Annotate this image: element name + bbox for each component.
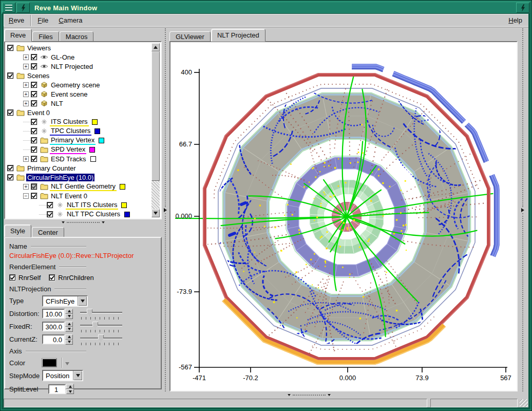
slider-thumb[interactable]	[92, 322, 98, 329]
scroll-thumb[interactable]	[151, 51, 160, 181]
checkbox-nlt-projected[interactable]	[31, 63, 37, 70]
spin-up-button[interactable]	[66, 384, 74, 389]
tree-label[interactable]: Event scene	[50, 90, 89, 98]
color-square[interactable]	[94, 128, 100, 134]
expand-icon[interactable]: +	[23, 101, 29, 106]
tree-label[interactable]: ESD Tracks	[50, 155, 87, 163]
color-square[interactable]	[121, 202, 127, 208]
tree-label[interactable]: GL-One	[50, 53, 75, 61]
tree-item-viewers[interactable]: Viewers	[6, 43, 151, 52]
tree-label[interactable]: SPD Vertex	[50, 145, 86, 154]
tree-label[interactable]: Event 0	[26, 109, 51, 117]
tree-label[interactable]: NLT TPC Clusters	[66, 210, 121, 218]
tree-item-scenes[interactable]: Scenes	[6, 71, 151, 80]
checkbox-gl-one[interactable]	[31, 54, 37, 61]
menu-reve[interactable]: Reve	[4, 15, 29, 26]
viewer-tab-nlt-projected[interactable]: NLT Projected	[211, 29, 265, 42]
checkbox-nlt-tpc-clusters[interactable]	[47, 211, 53, 218]
checkbox-nlt-gentle-geometry[interactable]	[31, 183, 37, 190]
tree-item-tpc-clusters[interactable]: TPC Clusters	[6, 126, 151, 136]
tree-label[interactable]: NLT Gentle Geometry	[50, 182, 117, 191]
right-dock-splitter[interactable]	[520, 28, 526, 391]
tree-item-event-0[interactable]: Event 0	[6, 108, 151, 117]
titlebar[interactable]: Reve Main Window	[2, 2, 530, 14]
tree-item-geometry-scene[interactable]: +Geometry scene	[6, 80, 151, 89]
expand-icon[interactable]: +	[23, 184, 29, 190]
tree-item-nlt-gentle-geometry[interactable]: +NLT Gentle Geometry	[6, 182, 151, 191]
tree-item-gl-one[interactable]: +GL-One	[6, 52, 151, 62]
tree-item-esd-tracks[interactable]: +ESD Tracks	[6, 154, 151, 163]
color-dropdown-arrow[interactable]	[65, 359, 69, 367]
tree-scrollbar[interactable]	[151, 43, 160, 217]
checkbox-geometry-scene[interactable]	[31, 82, 37, 88]
checkbox-nlt[interactable]	[31, 100, 37, 107]
tree-item-event-scene[interactable]: +Event scene	[6, 89, 151, 99]
value-slider[interactable]	[80, 333, 122, 346]
checkbox-primary-vertex[interactable]	[31, 137, 37, 144]
panel-splitter[interactable]	[162, 28, 168, 391]
checkbox-event-0[interactable]	[7, 109, 14, 116]
tree-item-primary-counter[interactable]: Primary Counter	[6, 163, 151, 173]
value-spinner[interactable]	[65, 334, 73, 345]
color-square[interactable]	[89, 147, 95, 153]
sidebar-tab-macros[interactable]: Macros	[60, 31, 94, 42]
tree-label[interactable]: Geometry scene	[50, 81, 101, 89]
viewer-bottom-splitter[interactable]	[276, 392, 343, 398]
color-square[interactable]	[99, 138, 104, 143]
menu-help[interactable]: Help	[502, 15, 528, 26]
style-tab-style[interactable]: Style	[4, 225, 31, 237]
window-menu-button[interactable]	[2, 3, 15, 13]
spin-down-button[interactable]	[66, 389, 74, 394]
axis-color-swatch[interactable]	[42, 359, 56, 367]
value-entry[interactable]: 0.0	[42, 334, 65, 344]
checkbox-its-clusters[interactable]	[31, 119, 37, 125]
checkbox-primary-counter[interactable]	[7, 165, 14, 172]
value-entry[interactable]: 300.0	[42, 322, 65, 331]
checkbox-nlt-event-0[interactable]	[31, 193, 37, 199]
tree-label[interactable]: NLT ITS Clusters	[66, 201, 118, 210]
tree-item-nlt[interactable]: +NLT	[6, 99, 151, 108]
tree-item-nlt-projected[interactable]: +NLT Projected	[6, 62, 151, 71]
spin-up-button[interactable]	[65, 309, 73, 314]
value-slider[interactable]	[80, 308, 122, 320]
tree-label[interactable]: NLT	[50, 100, 64, 107]
splitlevel-entry[interactable]: 1	[48, 384, 66, 394]
value-entry[interactable]: 10.00	[42, 309, 65, 319]
rnrchildren-checkbox[interactable]	[49, 274, 55, 281]
tree-item-circularfisheye-10-0[interactable]: CircularFishEye (10.0)	[6, 173, 151, 182]
tree-label[interactable]: Primary Counter	[26, 164, 77, 172]
expand-icon[interactable]: +	[23, 64, 29, 69]
style-tab-center[interactable]: Center	[32, 227, 64, 237]
checkbox-event-scene[interactable]	[31, 91, 37, 98]
type-combobox[interactable]: CFishEye	[42, 295, 88, 307]
checkbox-nlt-its-clusters[interactable]	[47, 202, 53, 209]
color-square[interactable]	[92, 119, 98, 125]
expand-icon[interactable]: +	[23, 91, 29, 97]
window-icon-button[interactable]	[16, 3, 30, 13]
tree-label[interactable]: Primary Vertex	[50, 136, 96, 145]
stepmode-combobox[interactable]: Position	[42, 370, 83, 381]
color-square[interactable]	[124, 212, 130, 217]
tree-item-nlt-event-0[interactable]: −NLT Event 0	[6, 191, 151, 200]
expand-icon[interactable]: +	[23, 54, 29, 60]
spin-up-button[interactable]	[65, 334, 73, 340]
value-slider[interactable]	[80, 321, 122, 333]
tree-item-primary-vertex[interactable]: Primary Vertex	[6, 136, 151, 145]
rnrself-checkbox[interactable]	[9, 274, 16, 281]
tree-item-its-clusters[interactable]: ITS Clusters	[6, 117, 151, 126]
resize-grip[interactable]	[520, 399, 528, 407]
expand-icon[interactable]: +	[23, 82, 29, 88]
sidebar-tab-reve[interactable]: Reve	[4, 29, 32, 42]
spin-up-button[interactable]	[65, 322, 73, 327]
tree-label[interactable]: CircularFishEye (10.0)	[26, 174, 94, 181]
window-corner-button[interactable]	[516, 3, 529, 13]
checkbox-circularfisheye-10-0[interactable]	[7, 174, 14, 181]
chevron-down-icon[interactable]	[78, 296, 87, 306]
color-square[interactable]	[120, 184, 125, 190]
collapse-icon[interactable]: −	[23, 193, 29, 199]
tree-label[interactable]: TPC Clusters	[50, 127, 91, 136]
slider-thumb[interactable]	[98, 334, 104, 342]
checkbox-scenes[interactable]	[7, 72, 14, 79]
tree-label[interactable]: NLT Event 0	[50, 192, 88, 200]
menu-file[interactable]: File	[32, 15, 53, 26]
